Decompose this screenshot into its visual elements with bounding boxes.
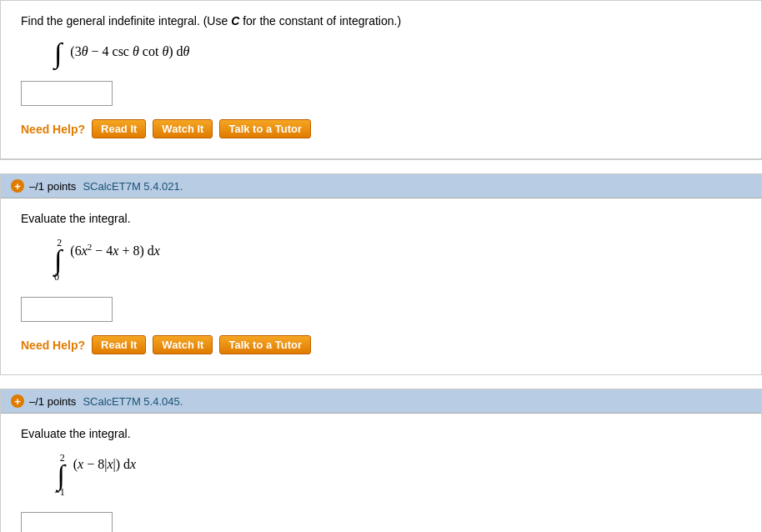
top-math-expression: (3θ − 4 csc θ cot θ) dθ xyxy=(70,44,189,59)
q22-need-help-label: Need Help? xyxy=(21,339,85,352)
q22-talk-to-tutor-button[interactable]: Talk to a Tutor xyxy=(219,335,311,354)
question-23-section: + –/1 points SCalcET7M 5.4.045. Evaluate… xyxy=(0,389,762,532)
q22-integral-symbol: ∫ xyxy=(54,246,62,274)
q22-lower-bound: 0 xyxy=(54,271,59,284)
q23-points: –/1 points xyxy=(29,395,76,408)
q22-plus-icon: + xyxy=(11,179,24,193)
q22-need-help-row: Need Help? Read It Watch It Talk to a Tu… xyxy=(21,335,741,354)
question-22-header: + –/1 points SCalcET7M 5.4.021. xyxy=(1,174,761,198)
q23-answer-input[interactable] xyxy=(21,512,113,532)
q23-math-expression: (x − 8|x|) dx xyxy=(73,457,136,472)
q22-math-expression: (6x2 − 4x + 8) dx xyxy=(70,242,160,258)
top-question-prompt: Find the general indefinite integral. (U… xyxy=(21,14,741,28)
q23-integral-bounds: 2 ∫ −1 xyxy=(54,452,65,499)
q22-watch-it-button[interactable]: Watch It xyxy=(153,335,213,354)
question-22-body: Evaluate the integral. 2 ∫ 0 (6x2 − 4x +… xyxy=(1,198,761,374)
top-math-block: ∫ (3θ − 4 csc θ cot θ) dθ xyxy=(54,39,741,68)
top-answer-input[interactable] xyxy=(21,81,113,106)
q23-problem-id: SCalcET7M 5.4.045. xyxy=(83,395,183,408)
question-22-section: + –/1 points SCalcET7M 5.4.021. Evaluate… xyxy=(0,173,762,375)
q22-integral-bounds: 2 ∫ 0 xyxy=(54,237,62,284)
q23-math-block: 2 ∫ −1 (x − 8|x|) dx xyxy=(54,452,741,499)
q23-integral-symbol: ∫ xyxy=(57,461,64,489)
q22-read-it-button[interactable]: Read It xyxy=(92,335,146,354)
q22-prompt: Evaluate the integral. xyxy=(21,212,741,225)
q23-prompt: Evaluate the integral. xyxy=(21,427,741,440)
top-need-help-row: Need Help? Read It Watch It Talk to a Tu… xyxy=(21,119,741,138)
question-23-body: Evaluate the integral. 2 ∫ −1 (x − 8|x|)… xyxy=(1,414,761,532)
q22-problem-id: SCalcET7M 5.4.021. xyxy=(83,180,183,193)
q22-points: –/1 points xyxy=(29,180,76,193)
integral-symbol: ∫ xyxy=(54,39,62,68)
q23-plus-icon: + xyxy=(11,394,24,408)
top-question-section: Find the general indefinite integral. (U… xyxy=(0,0,762,160)
q22-math-block: 2 ∫ 0 (6x2 − 4x + 8) dx xyxy=(54,237,741,284)
top-watch-it-button[interactable]: Watch It xyxy=(153,119,213,138)
top-read-it-button[interactable]: Read It xyxy=(92,119,146,138)
top-talk-to-tutor-button[interactable]: Talk to a Tutor xyxy=(219,119,311,138)
q23-lower-bound: −1 xyxy=(54,486,65,499)
top-need-help-label: Need Help? xyxy=(21,123,85,136)
question-23-header: + –/1 points SCalcET7M 5.4.045. xyxy=(1,389,761,414)
q22-answer-input[interactable] xyxy=(21,297,113,322)
